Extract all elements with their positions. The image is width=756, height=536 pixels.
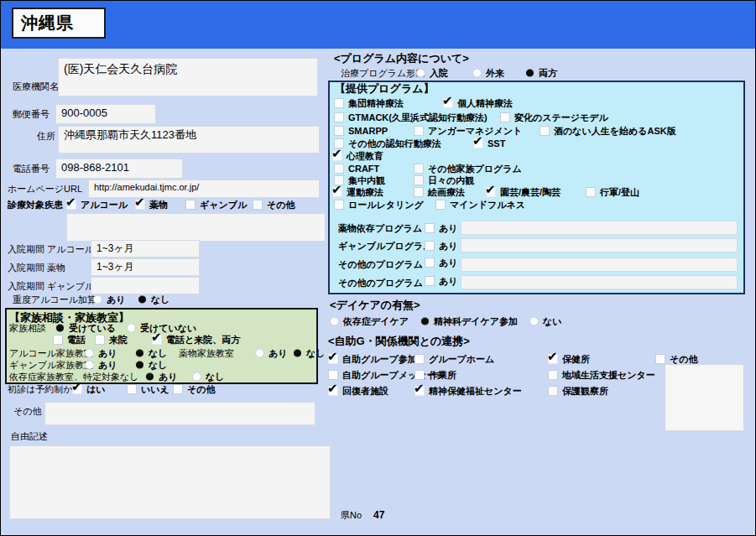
checkbox[interactable]: [414, 370, 425, 380]
no-checkbox[interactable]: [127, 384, 137, 394]
radio-button[interactable]: [85, 349, 94, 358]
checkbox[interactable]: [328, 354, 338, 364]
checkbox[interactable]: [548, 354, 558, 364]
checkbox[interactable]: [500, 112, 510, 122]
checkbox[interactable]: [414, 386, 425, 396]
checkbox[interactable]: [328, 370, 338, 380]
checkbox-label: はい: [86, 385, 106, 394]
stay-gambling-label: 入院期間 ギャンブル: [8, 282, 94, 291]
other-program1-input[interactable]: [461, 258, 738, 272]
radio-button[interactable]: [127, 324, 136, 333]
checkbox[interactable]: [414, 187, 424, 197]
program-option: 行軍/登山: [586, 187, 639, 197]
checkbox[interactable]: [548, 370, 558, 380]
family-consult-label: 家族相談: [9, 324, 46, 333]
radio-button[interactable]: [192, 372, 201, 382]
checkbox-label: 電話と来院、両方: [166, 336, 240, 345]
disease-option-gambling: ギャンブル: [185, 200, 247, 210]
checkbox[interactable]: [414, 354, 425, 364]
disease-note-input[interactable]: [66, 213, 326, 242]
institution-name-input[interactable]: (医)天仁会天久台病院: [58, 58, 318, 96]
drug-program-input[interactable]: [461, 221, 738, 235]
other-program2-input[interactable]: [461, 275, 738, 289]
checkbox[interactable]: [425, 241, 435, 251]
checkbox[interactable]: [332, 187, 342, 197]
gambling-class-nashi: なし: [135, 361, 168, 370]
checkbox[interactable]: [435, 200, 446, 210]
postal-code-input[interactable]: 900-0005: [55, 104, 156, 124]
checkbox[interactable]: [443, 98, 453, 108]
stay-drug-input[interactable]: 1~3ヶ月: [91, 258, 200, 276]
both-method-checkbox[interactable]: [152, 335, 162, 345]
coop-other-note-input[interactable]: [665, 364, 744, 431]
radio-label: なし: [206, 372, 225, 382]
checkbox[interactable]: [334, 112, 344, 122]
radio-button[interactable]: [146, 372, 154, 380]
stay-gambling-input[interactable]: [91, 277, 200, 294]
program-option: SST: [473, 138, 505, 148]
checkbox[interactable]: [655, 354, 665, 364]
radio-button[interactable]: [255, 349, 264, 358]
radio-button[interactable]: [85, 361, 94, 370]
radio-button[interactable]: [416, 69, 425, 78]
radio-button[interactable]: [56, 324, 64, 331]
radio-button[interactable]: [421, 317, 429, 325]
radio-label: なし: [151, 295, 170, 304]
checkbox[interactable]: [334, 126, 344, 136]
alcohol-class-ari: あり: [85, 349, 117, 358]
yes-checkbox[interactable]: [72, 384, 82, 394]
checkbox[interactable]: [540, 126, 550, 136]
phone-input[interactable]: 098-868-2101: [55, 159, 183, 179]
visit-method-checkbox[interactable]: [95, 335, 105, 345]
checkbox[interactable]: [548, 386, 558, 396]
radio-button[interactable]: [138, 295, 146, 303]
radio-label: なし: [149, 349, 168, 358]
checkbox-label: あり: [439, 242, 458, 251]
other-input[interactable]: [44, 402, 315, 425]
alcohol-checkbox[interactable]: [66, 200, 76, 210]
radio-button[interactable]: [526, 69, 534, 76]
checkbox[interactable]: [334, 200, 344, 210]
gambling-program-input[interactable]: [461, 238, 738, 252]
program-option: GTMACK(久里浜式認知行動療法): [334, 112, 487, 122]
radio-button[interactable]: [136, 361, 143, 368]
stay-alcohol-input[interactable]: 1~3ヶ月: [91, 240, 200, 258]
checkbox[interactable]: [332, 151, 342, 161]
other-disease-checkbox[interactable]: [253, 200, 263, 210]
treatment-form-inpatient: 入院: [416, 69, 448, 78]
radio-button[interactable]: [294, 349, 301, 356]
checkbox[interactable]: [328, 386, 338, 396]
checkbox[interactable]: [425, 258, 435, 268]
program-option: ロールレタリング: [334, 200, 424, 210]
gambling-checkbox[interactable]: [185, 200, 196, 210]
coop-option: 保健所: [548, 354, 590, 364]
checkbox[interactable]: [586, 187, 596, 197]
checkbox[interactable]: [473, 138, 483, 148]
address-input[interactable]: 沖縄県那覇市天久1123番地: [58, 126, 320, 154]
checkbox[interactable]: [425, 223, 435, 233]
checkbox[interactable]: [425, 276, 435, 286]
drug-checkbox[interactable]: [135, 200, 145, 210]
radio-button[interactable]: [330, 317, 339, 326]
checkbox[interactable]: [334, 164, 344, 174]
phone-method-checkbox[interactable]: [53, 335, 63, 345]
checkbox-label: 地域生活支援センター: [562, 371, 655, 380]
radio-button[interactable]: [472, 69, 482, 78]
other-checkbox[interactable]: [173, 384, 183, 394]
radio-button[interactable]: [93, 295, 102, 304]
checkbox[interactable]: [334, 98, 344, 108]
checkbox[interactable]: [414, 126, 424, 136]
checkbox[interactable]: [414, 175, 424, 185]
radio-button[interactable]: [529, 317, 539, 326]
disease-option-alcohol: アルコール: [66, 200, 128, 210]
free-text-area[interactable]: [9, 445, 331, 519]
radio-button[interactable]: [136, 349, 143, 356]
homepage-url-label: ホームページURL: [8, 185, 82, 194]
checkbox-label: 保護観察所: [562, 387, 608, 396]
checkbox[interactable]: [414, 164, 424, 174]
program-option: 園芸/農芸/陶芸: [486, 187, 560, 197]
homepage-url-input[interactable]: http://amekudai.tjmc.or.jp/: [88, 180, 320, 198]
drug-class-nashi: なし: [293, 349, 326, 358]
checkbox[interactable]: [486, 187, 496, 197]
checkbox-label: 個人精神療法: [457, 99, 513, 108]
